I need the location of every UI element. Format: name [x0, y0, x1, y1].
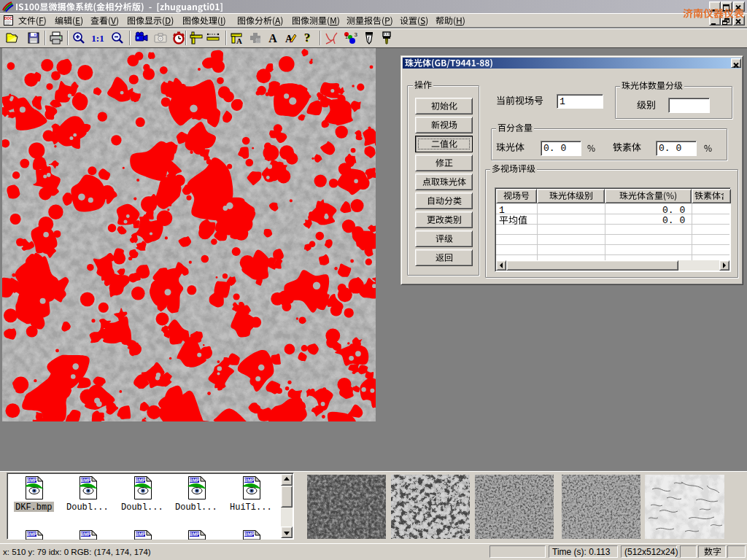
svg-text:1: 1	[345, 34, 348, 39]
svg-text:BMP: BMP	[135, 532, 146, 537]
svg-text:A: A	[268, 32, 277, 44]
svg-text:BMP: BMP	[80, 532, 91, 537]
svg-text:BMP: BMP	[135, 478, 146, 483]
svg-text:BMP: BMP	[244, 532, 255, 537]
svg-text:BMP: BMP	[26, 478, 37, 483]
svg-text:3: 3	[355, 31, 358, 38]
svg-text:BMP: BMP	[80, 478, 91, 483]
svg-text:A: A	[236, 36, 242, 45]
svg-text:BMP: BMP	[244, 478, 255, 483]
svg-text:BMP: BMP	[26, 532, 37, 537]
svg-text:BMP: BMP	[189, 478, 200, 483]
svg-text:?: ?	[304, 31, 311, 44]
svg-text:DOC: DOC	[4, 16, 13, 20]
svg-text:BMP: BMP	[189, 532, 200, 537]
svg-text:1:1: 1:1	[91, 33, 104, 44]
